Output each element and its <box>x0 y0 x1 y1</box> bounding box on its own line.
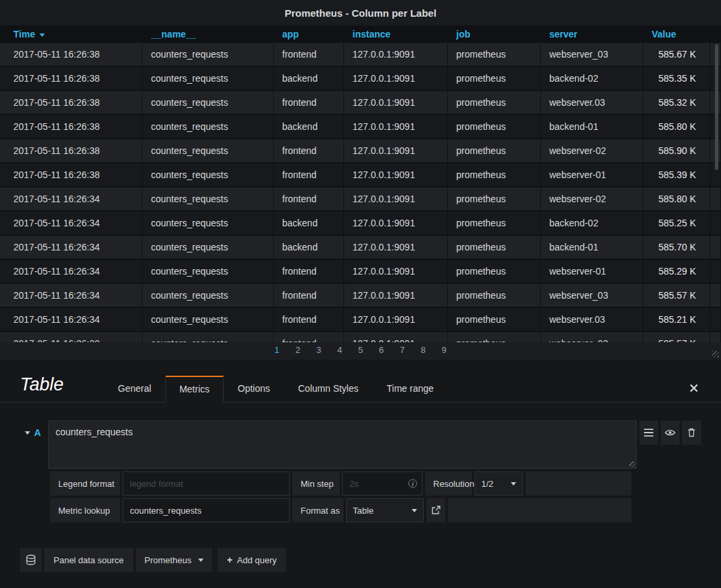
editor-header: Table General Metrics Options Column Sty… <box>0 374 721 402</box>
table-cell: backend <box>273 211 343 235</box>
page-6[interactable]: 6 <box>379 345 384 355</box>
table-cell: 585.70 K <box>643 235 710 259</box>
editor-tabs: General Metrics Options Column Styles Ti… <box>104 376 448 402</box>
table-cell: 127.0.0.1:9091 <box>343 332 447 342</box>
legend-format-input[interactable] <box>123 471 290 496</box>
scrollbar-thumb[interactable] <box>715 44 718 170</box>
table-cell: backend-02 <box>540 66 643 90</box>
table-cell: 585.80 K <box>643 115 710 139</box>
legend-format-label: Legend format <box>50 471 120 496</box>
table-row: 2017-05-11 16:26:34counters_requestsback… <box>0 235 721 259</box>
page-8[interactable]: 8 <box>421 345 426 355</box>
format-as-select[interactable]: Table <box>346 498 424 522</box>
table-row: 2017-05-11 16:26:34counters_requestsfron… <box>0 259 721 283</box>
resolution-select[interactable]: 1/2 <box>475 471 523 496</box>
editor-footer: Panel data source Prometheus + Add query <box>20 548 701 572</box>
table-cell: 585.21 K <box>643 307 710 332</box>
table-cell: prometheus <box>447 163 540 187</box>
column-header[interactable]: instance <box>343 25 447 43</box>
panel-resize-grip[interactable] <box>712 351 719 358</box>
query-collapse-toggle[interactable]: A <box>20 421 46 445</box>
query-menu-button[interactable] <box>639 421 658 445</box>
table-cell: 2017-05-11 16:26:38 <box>0 139 142 163</box>
tab-time-range[interactable]: Time range <box>373 376 448 402</box>
table-cell: 127.0.0.1:9091 <box>343 211 447 235</box>
table-cell: prometheus <box>447 283 540 307</box>
table-cell: frontend <box>273 332 343 342</box>
table-row: 2017-05-11 16:26:38counters_requestsfron… <box>0 43 721 66</box>
tab-column-styles[interactable]: Column Styles <box>284 376 372 402</box>
table-cell: 127.0.0.1:9091 <box>343 139 447 163</box>
table-cell: backend <box>273 66 343 90</box>
table-cell: backend <box>273 235 343 259</box>
table-cell-filler <box>710 235 721 259</box>
database-icon <box>25 555 36 565</box>
table-cell: 585.57 K <box>643 283 710 307</box>
table-cell: counters_requests <box>142 90 273 115</box>
format-as-label: Format as <box>293 498 343 522</box>
resolution-label: Resolution <box>425 471 472 496</box>
table-cell: 2017-05-11 16:26:34 <box>0 307 142 332</box>
table-cell: frontend <box>273 163 343 187</box>
query-expression-input[interactable]: counters_requests <box>48 421 637 469</box>
table-cell-filler <box>710 283 721 307</box>
external-link-button[interactable] <box>426 498 445 522</box>
menu-icon <box>644 429 653 437</box>
table-cell: webserver-01 <box>540 259 643 283</box>
table-cell: 127.0.0.1:9091 <box>343 259 447 283</box>
table-cell: 585.90 K <box>643 139 710 163</box>
table-cell: 127.0.0.1:9091 <box>343 283 447 307</box>
table-cell: prometheus <box>447 235 540 259</box>
panel-editor: Table General Metrics Options Column Sty… <box>0 374 721 572</box>
datasource-help-button[interactable] <box>20 548 42 572</box>
column-header[interactable]: Time <box>0 25 142 43</box>
column-header[interactable]: server <box>540 25 643 43</box>
table-cell: backend <box>273 115 343 139</box>
add-query-label: Add query <box>237 555 276 565</box>
table-cell: 2017-05-11 16:26:34 <box>0 259 142 283</box>
close-editor-button[interactable] <box>690 384 701 402</box>
table-cell-filler <box>710 187 721 211</box>
table-cell: 585.80 K <box>643 187 710 211</box>
table-cell: prometheus <box>447 139 540 163</box>
column-header[interactable]: __name__ <box>142 25 273 43</box>
add-query-button[interactable]: + Add query <box>218 548 286 572</box>
tab-general[interactable]: General <box>104 376 165 402</box>
page-3[interactable]: 3 <box>316 345 321 355</box>
table-row: 2017-05-11 16:26:38counters_requestsfron… <box>0 163 721 187</box>
table-cell: 585.29 K <box>643 259 710 283</box>
table-cell: 127.0.0.1:9091 <box>343 66 447 90</box>
column-header[interactable]: job <box>447 25 540 43</box>
column-header[interactable]: Value <box>643 25 710 43</box>
page-9[interactable]: 9 <box>442 345 447 355</box>
query-delete-button[interactable] <box>682 421 701 445</box>
table-row: 2017-05-11 16:26:38counters_requestsfron… <box>0 90 721 115</box>
query-visibility-button[interactable] <box>661 421 679 445</box>
external-link-icon <box>431 506 440 515</box>
table-cell: 2017-05-11 16:26:34 <box>0 283 142 307</box>
page-2[interactable]: 2 <box>295 345 300 355</box>
table-cell: backend-01 <box>540 115 643 139</box>
page-4[interactable]: 4 <box>337 345 342 355</box>
resolution-value: 1/2 <box>481 479 493 489</box>
table-row: 2017-05-11 16:26:34counters_requestsfron… <box>0 307 721 332</box>
panel-title[interactable]: Prometheus - Column per Label <box>0 0 721 25</box>
table-cell: webserver_03 <box>540 332 643 342</box>
tab-metrics[interactable]: Metrics <box>165 376 224 402</box>
table-cell: frontend <box>273 187 343 211</box>
table-cell: 2017-05-11 16:26:30 <box>0 332 142 342</box>
table-cell: webserver-02 <box>540 139 643 163</box>
table-cell: 2017-05-11 16:26:38 <box>0 43 142 66</box>
page-7[interactable]: 7 <box>400 345 404 355</box>
page-5[interactable]: 5 <box>358 345 363 355</box>
table-cell: counters_requests <box>142 43 273 66</box>
table-cell: counters_requests <box>142 332 273 342</box>
metric-lookup-input[interactable] <box>123 498 290 522</box>
table-cell: 2017-05-11 16:26:38 <box>0 66 142 90</box>
tab-options[interactable]: Options <box>224 376 284 402</box>
datasource-select[interactable]: Prometheus <box>136 548 212 572</box>
column-header[interactable]: app <box>273 25 343 43</box>
page-1[interactable]: 1 <box>274 345 279 355</box>
datasource-value: Prometheus <box>145 555 191 565</box>
table-cell: frontend <box>273 90 343 115</box>
